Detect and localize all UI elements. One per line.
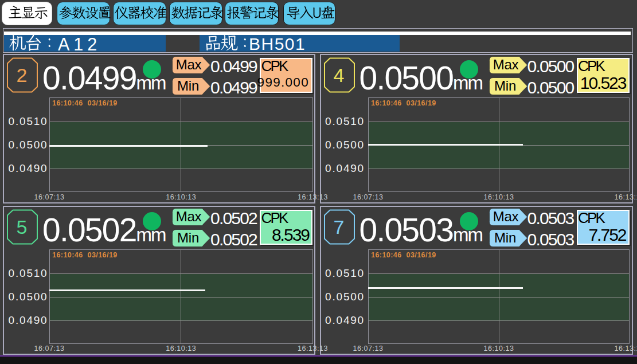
svg-text:Max: Max bbox=[493, 209, 518, 224]
svg-text:Min: Min bbox=[177, 78, 199, 93]
svg-text:Min: Min bbox=[177, 230, 199, 245]
svg-text:Max: Max bbox=[493, 57, 518, 72]
svg-text:Max: Max bbox=[176, 209, 202, 224]
svg-text:Min: Min bbox=[494, 230, 515, 245]
svg-text:Min: Min bbox=[494, 78, 515, 93]
svg-text:5: 5 bbox=[17, 216, 28, 238]
svg-text:4: 4 bbox=[333, 64, 344, 86]
svg-text:Max: Max bbox=[176, 57, 202, 72]
svg-text:2: 2 bbox=[17, 64, 28, 86]
svg-text:7: 7 bbox=[333, 216, 344, 238]
